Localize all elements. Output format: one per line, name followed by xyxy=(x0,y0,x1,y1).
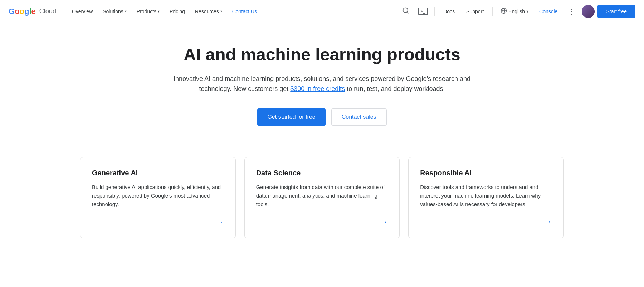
nav-item-products[interactable]: Products ▾ xyxy=(132,6,164,17)
language-label: English xyxy=(508,9,525,14)
more-vert-icon: ⋮ xyxy=(568,7,575,16)
cards-section: Generative AI Build generative AI applic… xyxy=(72,157,572,238)
chevron-down-icon: ▾ xyxy=(158,9,160,13)
language-selector[interactable]: English ▾ xyxy=(497,5,532,17)
avatar-image xyxy=(582,5,595,18)
card-responsible-ai-description: Discover tools and frameworks to underst… xyxy=(420,183,552,209)
card-data-science-arrow: → xyxy=(256,217,388,227)
arrow-right-icon: → xyxy=(544,217,552,227)
nav-support-link[interactable]: Support xyxy=(462,6,488,17)
cloud-label: Cloud xyxy=(39,8,56,15)
card-data-science-title: Data Science xyxy=(256,169,388,177)
search-icon xyxy=(402,7,409,16)
card-responsible-ai[interactable]: Responsible AI Discover tools and framew… xyxy=(408,157,564,238)
hero-buttons: Get started for free Contact sales xyxy=(168,108,476,126)
get-started-button[interactable]: Get started for free xyxy=(257,108,325,126)
start-free-button[interactable]: Start free xyxy=(597,5,635,18)
svg-line-1 xyxy=(407,12,409,13)
card-data-science[interactable]: Data Science Generate insights from data… xyxy=(244,157,400,238)
chevron-down-icon: ▾ xyxy=(526,9,528,14)
navbar: Google Cloud Overview Solutions ▾ Produc… xyxy=(0,0,644,23)
hero-title: AI and machine learning products xyxy=(168,44,476,65)
credits-link[interactable]: $300 in free credits xyxy=(290,85,345,92)
nav-item-overview[interactable]: Overview xyxy=(68,6,97,17)
nav-links: Overview Solutions ▾ Products ▾ Pricing … xyxy=(68,6,399,17)
search-button[interactable] xyxy=(399,4,413,19)
card-responsible-ai-title: Responsible AI xyxy=(420,169,552,177)
hero-section: AI and machine learning products Innovat… xyxy=(168,44,476,126)
nav-divider-1 xyxy=(434,7,435,16)
terminal-icon: >_ xyxy=(418,8,428,15)
navbar-right: >_ Docs Support English ▾ Console ⋮ xyxy=(399,4,635,19)
card-generative-ai-title: Generative AI xyxy=(92,169,224,177)
nav-item-pricing[interactable]: Pricing xyxy=(165,6,189,17)
arrow-right-icon: → xyxy=(216,217,224,227)
console-link[interactable]: Console xyxy=(535,6,562,17)
nav-item-resources[interactable]: Resources ▾ xyxy=(191,6,226,17)
more-options-button[interactable]: ⋮ xyxy=(565,4,579,19)
globe-icon xyxy=(501,8,507,15)
card-generative-ai-description: Build generative AI applications quickly… xyxy=(92,183,224,209)
hero-subtitle: Innovative AI and machine learning produ… xyxy=(168,74,476,94)
nav-divider-2 xyxy=(492,7,493,16)
main-content: AI and machine learning products Innovat… xyxy=(0,23,644,253)
contact-sales-button[interactable]: Contact sales xyxy=(331,108,387,126)
card-generative-ai[interactable]: Generative AI Build generative AI applic… xyxy=(80,157,236,238)
nav-item-contact[interactable]: Contact Us xyxy=(228,6,261,17)
logo[interactable]: Google Cloud xyxy=(9,7,56,16)
arrow-right-icon: → xyxy=(380,217,388,227)
nav-item-solutions[interactable]: Solutions ▾ xyxy=(98,6,131,17)
chevron-down-icon: ▾ xyxy=(220,9,222,13)
card-data-science-description: Generate insights from data with our com… xyxy=(256,183,388,209)
card-generative-ai-arrow: → xyxy=(92,217,224,227)
google-logo: Google xyxy=(9,7,36,16)
nav-docs-link[interactable]: Docs xyxy=(439,6,459,17)
chevron-down-icon: ▾ xyxy=(125,9,127,13)
terminal-button[interactable]: >_ xyxy=(416,4,430,19)
avatar[interactable] xyxy=(582,5,595,18)
hero-subtitle-after: to run, test, and deploy workloads. xyxy=(345,85,445,92)
card-responsible-ai-arrow: → xyxy=(420,217,552,227)
